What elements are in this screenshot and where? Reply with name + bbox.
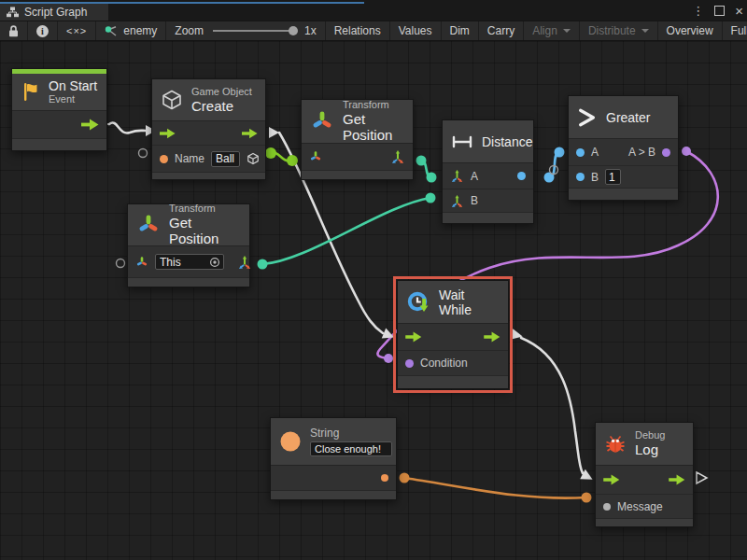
port-label: B xyxy=(591,171,599,184)
zoom-value: 1x xyxy=(304,24,317,37)
full-screen-button[interactable]: Full Screen xyxy=(723,21,747,40)
greater-than-icon xyxy=(577,107,598,128)
close-icon[interactable]: × xyxy=(735,3,743,19)
port-label: B xyxy=(471,194,478,207)
code-brackets-icon: <×> xyxy=(66,25,87,36)
name-value-field[interactable] xyxy=(211,151,240,167)
distance-ibeam-icon xyxy=(451,134,473,149)
menu-dots-icon[interactable]: ⋮ xyxy=(692,4,704,18)
lock-icon xyxy=(8,25,19,37)
transform-in-port[interactable] xyxy=(309,150,322,163)
node-on-start[interactable]: On Start Event xyxy=(11,68,107,151)
condition-port[interactable] xyxy=(405,359,414,368)
zoom-slider[interactable] xyxy=(213,30,295,32)
info-icon: i xyxy=(36,25,49,37)
unconnected-port-ring xyxy=(139,149,148,158)
chevron-down-icon xyxy=(563,29,571,33)
transform-icon xyxy=(136,213,161,237)
align-dropdown[interactable]: Align xyxy=(524,21,580,40)
node-title: Get Position xyxy=(169,215,241,247)
flow-out-port[interactable] xyxy=(242,128,258,139)
node-subtitle: Event xyxy=(49,93,97,105)
name-input-port[interactable] xyxy=(160,155,168,163)
values-button[interactable]: Values xyxy=(390,21,442,40)
zoom-slider-handle[interactable] xyxy=(289,26,298,35)
node-title: On Start xyxy=(49,78,97,94)
greater-a-port[interactable] xyxy=(576,148,585,157)
node-subtitle: Transform xyxy=(169,203,241,215)
position-out-port[interactable] xyxy=(390,149,405,164)
node-wait-while[interactable]: Wait While Condition xyxy=(397,280,509,389)
title-bar: Script Graph ⋮ × xyxy=(0,0,747,21)
flow-out-port[interactable] xyxy=(669,474,685,485)
node-get-position-b[interactable]: Transform Get Position xyxy=(127,203,250,287)
string-out-port[interactable] xyxy=(381,474,388,482)
overview-button[interactable]: Overview xyxy=(658,21,723,40)
node-subtitle: Transform xyxy=(343,99,404,111)
debug-bug-icon xyxy=(604,433,627,455)
node-subtitle: Game Object xyxy=(191,86,252,98)
flow-in-port[interactable] xyxy=(405,331,422,343)
node-title: Log xyxy=(635,441,665,458)
distribute-dropdown[interactable]: Distribute xyxy=(580,21,658,40)
game-object-out-port[interactable] xyxy=(247,152,260,165)
greater-result-port[interactable] xyxy=(662,148,670,157)
unconnected-flow-triangle xyxy=(697,472,707,483)
info-button[interactable]: i xyxy=(28,21,58,40)
wire-getposition-b-to-distance-b[interactable] xyxy=(262,198,430,264)
wire-onstart-to-create[interactable] xyxy=(109,123,146,133)
node-subtitle: Debug xyxy=(635,429,665,441)
wire-string-to-message[interactable] xyxy=(404,478,586,498)
subgraph-icon xyxy=(105,25,118,37)
code-view-button[interactable]: <×> xyxy=(58,21,96,40)
message-port[interactable] xyxy=(603,503,611,511)
node-string[interactable]: String xyxy=(270,417,397,500)
graph-toolbar: i <×> enemy Zoom 1x Relations Values Dim… xyxy=(0,21,747,41)
node-greater[interactable]: Greater A A > B B xyxy=(568,95,679,201)
flow-in-port[interactable] xyxy=(160,128,176,139)
node-distance[interactable]: Distance A B xyxy=(442,119,534,224)
relations-button[interactable]: Relations xyxy=(326,21,390,40)
greater-b-port[interactable] xyxy=(576,173,585,181)
tab-script-graph[interactable]: Script Graph xyxy=(0,4,108,21)
object-picker-icon[interactable] xyxy=(209,257,220,268)
port-label: Condition xyxy=(420,357,468,370)
chevron-down-icon xyxy=(641,29,649,33)
vector-in-port[interactable] xyxy=(450,169,464,183)
wire-waitwhile-to-log[interactable] xyxy=(521,338,583,473)
tab-title: Script Graph xyxy=(24,6,87,19)
port-label: A xyxy=(471,170,478,183)
node-debug-log[interactable]: Debug Log Message xyxy=(595,422,694,527)
node-title: Create xyxy=(191,98,252,115)
node-create[interactable]: Game Object Create Name xyxy=(151,78,266,180)
maximize-icon[interactable] xyxy=(714,6,725,16)
port-label: Message xyxy=(617,500,663,513)
node-title: String xyxy=(310,427,392,440)
carry-button[interactable]: Carry xyxy=(479,21,524,40)
node-title: Distance xyxy=(482,134,532,149)
node-title: Get Position xyxy=(343,111,404,144)
node-title: Greater xyxy=(606,110,650,125)
graph-icon xyxy=(7,7,19,18)
flow-in-port[interactable] xyxy=(603,474,620,485)
graph-owner-label: enemy xyxy=(123,24,157,37)
cube-icon xyxy=(161,89,183,111)
wait-clock-icon xyxy=(406,290,430,315)
flow-out-port[interactable] xyxy=(484,331,500,343)
transform-in-port[interactable] xyxy=(135,256,148,269)
port-label: A xyxy=(591,146,599,159)
zoom-label: Zoom xyxy=(175,24,204,37)
graph-owner-segment[interactable]: enemy xyxy=(96,21,166,40)
flag-icon xyxy=(21,81,40,103)
node-get-position-a[interactable]: Transform Get Position xyxy=(301,99,414,180)
dim-button[interactable]: Dim xyxy=(442,21,479,40)
vector-in-port[interactable] xyxy=(450,194,464,208)
distance-out-port[interactable] xyxy=(517,172,526,180)
lock-button[interactable] xyxy=(0,21,28,40)
node-title: Wait While xyxy=(439,287,500,317)
flow-out-port[interactable] xyxy=(81,119,99,131)
string-value-field[interactable] xyxy=(310,441,392,456)
string-circle-icon xyxy=(279,430,302,453)
greater-b-value-field[interactable] xyxy=(605,169,621,185)
position-out-port[interactable] xyxy=(237,255,252,270)
